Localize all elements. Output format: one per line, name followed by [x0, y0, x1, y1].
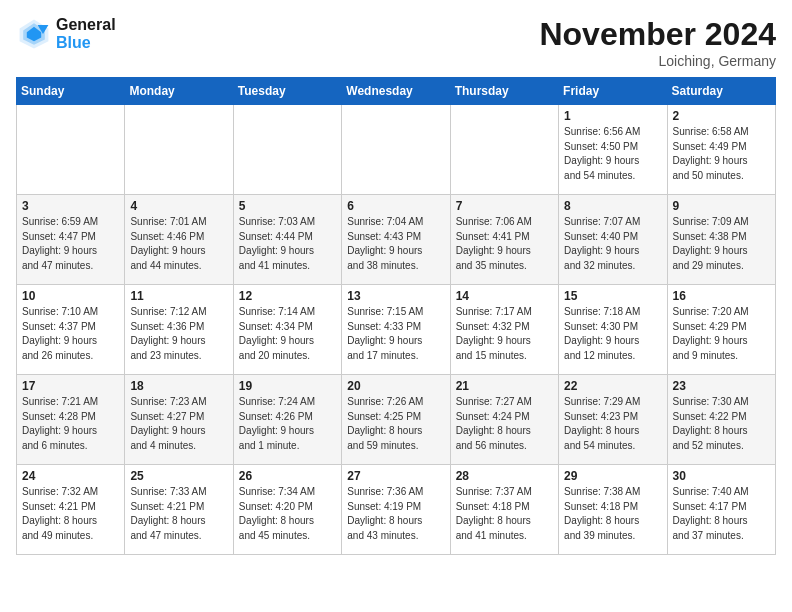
- day-number: 20: [347, 379, 444, 393]
- day-cell: 11Sunrise: 7:12 AM Sunset: 4:36 PM Dayli…: [125, 285, 233, 375]
- day-cell: 8Sunrise: 7:07 AM Sunset: 4:40 PM Daylig…: [559, 195, 667, 285]
- day-number: 22: [564, 379, 661, 393]
- day-number: 2: [673, 109, 770, 123]
- calendar-table: SundayMondayTuesdayWednesdayThursdayFrid…: [16, 77, 776, 555]
- day-number: 17: [22, 379, 119, 393]
- day-info: Sunrise: 7:07 AM Sunset: 4:40 PM Dayligh…: [564, 215, 661, 273]
- day-cell: 20Sunrise: 7:26 AM Sunset: 4:25 PM Dayli…: [342, 375, 450, 465]
- day-info: Sunrise: 7:27 AM Sunset: 4:24 PM Dayligh…: [456, 395, 553, 453]
- day-cell: 24Sunrise: 7:32 AM Sunset: 4:21 PM Dayli…: [17, 465, 125, 555]
- day-header-friday: Friday: [559, 78, 667, 105]
- day-info: Sunrise: 7:03 AM Sunset: 4:44 PM Dayligh…: [239, 215, 336, 273]
- day-cell: 1Sunrise: 6:56 AM Sunset: 4:50 PM Daylig…: [559, 105, 667, 195]
- day-cell: 3Sunrise: 6:59 AM Sunset: 4:47 PM Daylig…: [17, 195, 125, 285]
- day-cell: 26Sunrise: 7:34 AM Sunset: 4:20 PM Dayli…: [233, 465, 341, 555]
- day-info: Sunrise: 7:26 AM Sunset: 4:25 PM Dayligh…: [347, 395, 444, 453]
- day-info: Sunrise: 7:18 AM Sunset: 4:30 PM Dayligh…: [564, 305, 661, 363]
- day-number: 8: [564, 199, 661, 213]
- logo-text-block: General Blue: [56, 16, 116, 51]
- day-number: 16: [673, 289, 770, 303]
- day-cell: 29Sunrise: 7:38 AM Sunset: 4:18 PM Dayli…: [559, 465, 667, 555]
- day-info: Sunrise: 6:56 AM Sunset: 4:50 PM Dayligh…: [564, 125, 661, 183]
- day-number: 28: [456, 469, 553, 483]
- day-info: Sunrise: 7:38 AM Sunset: 4:18 PM Dayligh…: [564, 485, 661, 543]
- day-header-tuesday: Tuesday: [233, 78, 341, 105]
- day-cell: 22Sunrise: 7:29 AM Sunset: 4:23 PM Dayli…: [559, 375, 667, 465]
- day-info: Sunrise: 7:01 AM Sunset: 4:46 PM Dayligh…: [130, 215, 227, 273]
- day-cell: 14Sunrise: 7:17 AM Sunset: 4:32 PM Dayli…: [450, 285, 558, 375]
- day-header-saturday: Saturday: [667, 78, 775, 105]
- day-cell: [125, 105, 233, 195]
- day-cell: 23Sunrise: 7:30 AM Sunset: 4:22 PM Dayli…: [667, 375, 775, 465]
- day-cell: 13Sunrise: 7:15 AM Sunset: 4:33 PM Dayli…: [342, 285, 450, 375]
- day-info: Sunrise: 6:59 AM Sunset: 4:47 PM Dayligh…: [22, 215, 119, 273]
- day-number: 15: [564, 289, 661, 303]
- day-info: Sunrise: 7:06 AM Sunset: 4:41 PM Dayligh…: [456, 215, 553, 273]
- day-info: Sunrise: 7:30 AM Sunset: 4:22 PM Dayligh…: [673, 395, 770, 453]
- logo-icon: [16, 16, 52, 52]
- day-cell: [233, 105, 341, 195]
- day-number: 4: [130, 199, 227, 213]
- day-info: Sunrise: 7:29 AM Sunset: 4:23 PM Dayligh…: [564, 395, 661, 453]
- day-cell: 12Sunrise: 7:14 AM Sunset: 4:34 PM Dayli…: [233, 285, 341, 375]
- day-cell: [17, 105, 125, 195]
- day-cell: 9Sunrise: 7:09 AM Sunset: 4:38 PM Daylig…: [667, 195, 775, 285]
- day-info: Sunrise: 7:15 AM Sunset: 4:33 PM Dayligh…: [347, 305, 444, 363]
- day-info: Sunrise: 7:34 AM Sunset: 4:20 PM Dayligh…: [239, 485, 336, 543]
- day-number: 14: [456, 289, 553, 303]
- month-title: November 2024: [539, 16, 776, 53]
- location: Loiching, Germany: [539, 53, 776, 69]
- day-cell: 30Sunrise: 7:40 AM Sunset: 4:17 PM Dayli…: [667, 465, 775, 555]
- day-number: 9: [673, 199, 770, 213]
- week-row-2: 3Sunrise: 6:59 AM Sunset: 4:47 PM Daylig…: [17, 195, 776, 285]
- day-cell: 4Sunrise: 7:01 AM Sunset: 4:46 PM Daylig…: [125, 195, 233, 285]
- day-header-sunday: Sunday: [17, 78, 125, 105]
- day-number: 25: [130, 469, 227, 483]
- day-cell: 28Sunrise: 7:37 AM Sunset: 4:18 PM Dayli…: [450, 465, 558, 555]
- day-info: Sunrise: 7:20 AM Sunset: 4:29 PM Dayligh…: [673, 305, 770, 363]
- week-row-3: 10Sunrise: 7:10 AM Sunset: 4:37 PM Dayli…: [17, 285, 776, 375]
- day-number: 18: [130, 379, 227, 393]
- day-cell: [450, 105, 558, 195]
- day-info: Sunrise: 7:17 AM Sunset: 4:32 PM Dayligh…: [456, 305, 553, 363]
- day-info: Sunrise: 6:58 AM Sunset: 4:49 PM Dayligh…: [673, 125, 770, 183]
- day-info: Sunrise: 7:33 AM Sunset: 4:21 PM Dayligh…: [130, 485, 227, 543]
- day-info: Sunrise: 7:12 AM Sunset: 4:36 PM Dayligh…: [130, 305, 227, 363]
- day-cell: 17Sunrise: 7:21 AM Sunset: 4:28 PM Dayli…: [17, 375, 125, 465]
- day-info: Sunrise: 7:37 AM Sunset: 4:18 PM Dayligh…: [456, 485, 553, 543]
- day-cell: 15Sunrise: 7:18 AM Sunset: 4:30 PM Dayli…: [559, 285, 667, 375]
- day-number: 11: [130, 289, 227, 303]
- day-cell: 16Sunrise: 7:20 AM Sunset: 4:29 PM Dayli…: [667, 285, 775, 375]
- day-number: 10: [22, 289, 119, 303]
- day-info: Sunrise: 7:14 AM Sunset: 4:34 PM Dayligh…: [239, 305, 336, 363]
- week-row-4: 17Sunrise: 7:21 AM Sunset: 4:28 PM Dayli…: [17, 375, 776, 465]
- day-cell: 7Sunrise: 7:06 AM Sunset: 4:41 PM Daylig…: [450, 195, 558, 285]
- day-number: 26: [239, 469, 336, 483]
- day-number: 24: [22, 469, 119, 483]
- logo-blue: Blue: [56, 34, 91, 51]
- day-cell: 21Sunrise: 7:27 AM Sunset: 4:24 PM Dayli…: [450, 375, 558, 465]
- title-block: November 2024 Loiching, Germany: [539, 16, 776, 69]
- day-cell: 19Sunrise: 7:24 AM Sunset: 4:26 PM Dayli…: [233, 375, 341, 465]
- day-header-monday: Monday: [125, 78, 233, 105]
- day-number: 19: [239, 379, 336, 393]
- day-info: Sunrise: 7:40 AM Sunset: 4:17 PM Dayligh…: [673, 485, 770, 543]
- day-number: 12: [239, 289, 336, 303]
- day-number: 23: [673, 379, 770, 393]
- day-info: Sunrise: 7:36 AM Sunset: 4:19 PM Dayligh…: [347, 485, 444, 543]
- day-info: Sunrise: 7:10 AM Sunset: 4:37 PM Dayligh…: [22, 305, 119, 363]
- day-info: Sunrise: 7:21 AM Sunset: 4:28 PM Dayligh…: [22, 395, 119, 453]
- day-number: 27: [347, 469, 444, 483]
- day-number: 7: [456, 199, 553, 213]
- logo: General Blue: [16, 16, 116, 52]
- day-header-wednesday: Wednesday: [342, 78, 450, 105]
- day-number: 29: [564, 469, 661, 483]
- day-cell: 18Sunrise: 7:23 AM Sunset: 4:27 PM Dayli…: [125, 375, 233, 465]
- day-number: 6: [347, 199, 444, 213]
- day-cell: 25Sunrise: 7:33 AM Sunset: 4:21 PM Dayli…: [125, 465, 233, 555]
- day-info: Sunrise: 7:04 AM Sunset: 4:43 PM Dayligh…: [347, 215, 444, 273]
- day-cell: 2Sunrise: 6:58 AM Sunset: 4:49 PM Daylig…: [667, 105, 775, 195]
- day-number: 5: [239, 199, 336, 213]
- day-number: 1: [564, 109, 661, 123]
- day-cell: 5Sunrise: 7:03 AM Sunset: 4:44 PM Daylig…: [233, 195, 341, 285]
